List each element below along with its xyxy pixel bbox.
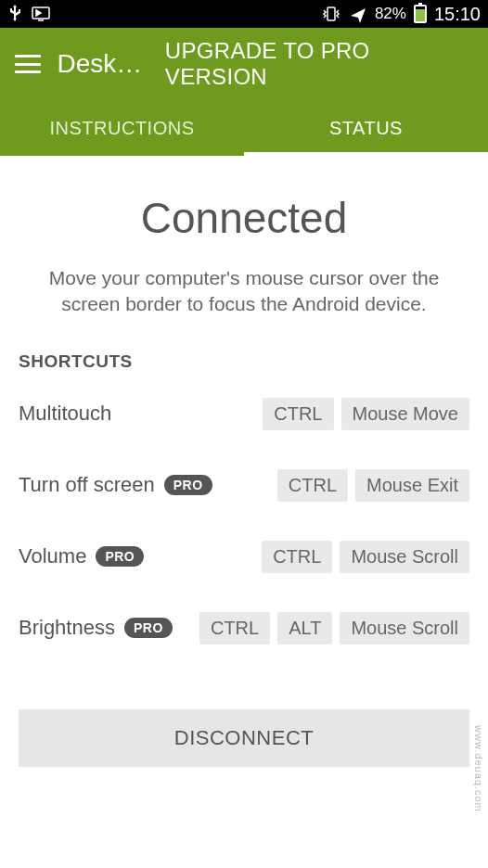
- keycap: CTRL: [262, 541, 332, 573]
- disconnect-button[interactable]: DISCONNECT: [19, 709, 469, 767]
- tab-status[interactable]: STATUS: [244, 100, 488, 156]
- connected-heading: Connected: [19, 193, 469, 243]
- clock-text: 15:10: [434, 4, 481, 25]
- usb-icon: [7, 5, 22, 23]
- pro-badge: PRO: [164, 475, 212, 495]
- watermark-text: www.deuaq.com: [473, 725, 484, 812]
- menu-icon[interactable]: [15, 55, 41, 73]
- app-title: Desk…: [58, 49, 148, 79]
- android-statusbar: 82% 15:10: [0, 0, 488, 28]
- connected-subtitle: Move your computer's mouse cursor over t…: [19, 265, 469, 318]
- keycap: Mouse Scroll: [340, 612, 469, 645]
- cast-icon: [32, 6, 50, 21]
- svg-rect-1: [327, 7, 335, 20]
- shortcut-row: Multitouch CTRL Mouse Move: [19, 398, 469, 430]
- vibrate-icon: [321, 6, 341, 22]
- keycap: CTRL: [277, 469, 348, 502]
- pro-badge: PRO: [124, 618, 173, 638]
- airplane-icon: [349, 5, 367, 23]
- keycap: Mouse Move: [341, 398, 470, 430]
- keycap: Mouse Scroll: [340, 541, 469, 573]
- shortcut-row: Volume PRO CTRL Mouse Scroll: [19, 541, 469, 573]
- keycap: ALT: [277, 612, 332, 645]
- shortcut-label: Turn off screen: [19, 473, 155, 497]
- shortcut-label: Brightness: [19, 616, 115, 640]
- tab-bar: INSTRUCTIONS STATUS: [0, 100, 488, 156]
- tab-instructions[interactable]: INSTRUCTIONS: [0, 100, 244, 156]
- shortcut-row: Turn off screen PRO CTRL Mouse Exit: [19, 469, 469, 502]
- shortcut-label: Volume: [19, 544, 86, 568]
- keycap: CTRL: [199, 612, 270, 645]
- pro-badge: PRO: [96, 546, 144, 567]
- main-content: Connected Move your computer's mouse cur…: [0, 156, 488, 645]
- shortcut-label: Multitouch: [19, 402, 111, 426]
- keycap: Mouse Exit: [355, 469, 469, 502]
- shortcut-row: Brightness PRO CTRL ALT Mouse Scroll: [19, 612, 469, 645]
- battery-percent-text: 82%: [375, 5, 406, 23]
- keycap: CTRL: [263, 398, 333, 430]
- shortcuts-heading: SHORTCUTS: [19, 351, 469, 372]
- battery-icon: [414, 5, 427, 23]
- app-bar: Desk… UPGRADE TO PRO VERSION INSTRUCTION…: [0, 28, 488, 156]
- upgrade-button[interactable]: UPGRADE TO PRO VERSION: [165, 38, 473, 90]
